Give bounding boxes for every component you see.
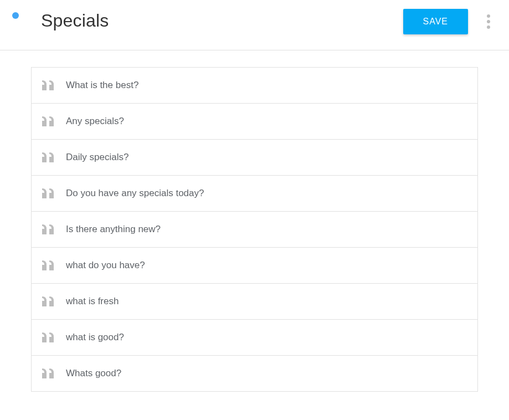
quote-icon <box>42 260 55 270</box>
phrase-text: what is fresh <box>66 296 119 307</box>
phrase-list: What is the best?Any specials?Daily spec… <box>31 67 478 392</box>
quote-icon <box>42 296 55 306</box>
phrase-row[interactable]: Do you have any specials today? <box>32 176 477 212</box>
quote-icon <box>42 224 55 234</box>
phrase-row[interactable]: what is good? <box>32 320 477 356</box>
phrase-row[interactable]: what is fresh <box>32 284 477 320</box>
save-button[interactable]: SAVE <box>403 9 469 34</box>
phrase-text: what do you have? <box>66 260 145 271</box>
quote-icon <box>42 332 55 342</box>
phrase-text: Any specials? <box>66 116 124 127</box>
quote-icon <box>42 116 55 126</box>
phrase-row[interactable]: Any specials? <box>32 104 477 140</box>
phrase-text: What is the best? <box>66 80 138 91</box>
quote-icon <box>42 80 55 90</box>
phrase-row[interactable]: Whats good? <box>32 356 477 391</box>
more-vert-icon <box>487 14 490 18</box>
phrase-text: Daily specials? <box>66 152 128 163</box>
more-options-button[interactable] <box>484 11 493 32</box>
quote-icon <box>42 188 55 198</box>
phrase-text: what is good? <box>66 332 124 343</box>
phrase-row[interactable]: what do you have? <box>32 248 477 284</box>
page-title: Specials <box>41 11 403 31</box>
phrase-text: Is there anything new? <box>66 224 161 235</box>
quote-icon <box>42 152 55 162</box>
phrase-row[interactable]: Is there anything new? <box>32 212 477 248</box>
content-area: What is the best?Any specials?Daily spec… <box>0 50 509 408</box>
phrase-text: Whats good? <box>66 368 121 379</box>
status-dot-icon <box>12 12 19 19</box>
header: Specials SAVE <box>0 0 509 50</box>
phrase-text: Do you have any specials today? <box>66 188 204 199</box>
phrase-row[interactable]: Daily specials? <box>32 140 477 176</box>
phrase-row[interactable]: What is the best? <box>32 68 477 104</box>
quote-icon <box>42 368 55 378</box>
